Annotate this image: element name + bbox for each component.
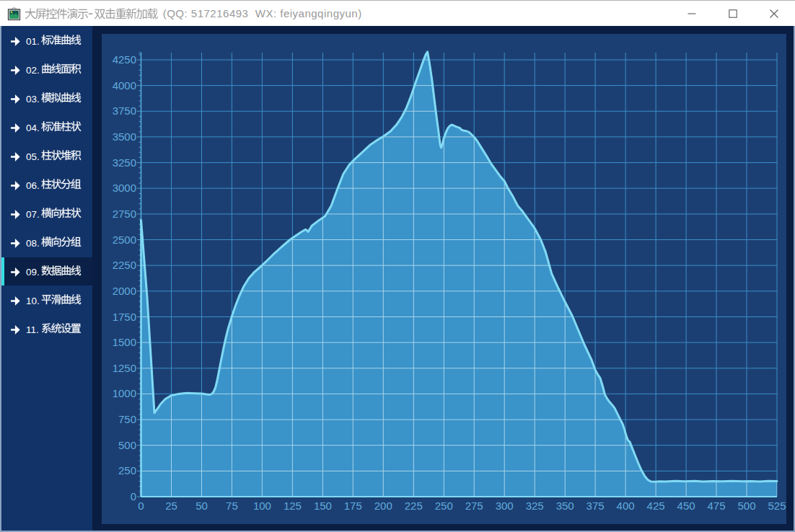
svg-text:1250: 1250 [113,362,136,374]
svg-text:250: 250 [118,464,136,476]
svg-text:200: 200 [374,500,392,512]
svg-text:3500: 3500 [113,130,136,143]
svg-text:375: 375 [587,500,605,512]
svg-text:500: 500 [737,500,755,512]
svg-text:425: 425 [647,500,665,512]
svg-text:2250: 2250 [113,259,136,271]
svg-text:325: 325 [526,500,544,512]
svg-text:125: 125 [284,500,302,512]
svg-text:175: 175 [344,500,362,512]
svg-text:0: 0 [131,490,136,502]
svg-text:250: 250 [435,500,453,512]
svg-text:400: 400 [617,500,635,512]
svg-text:450: 450 [677,500,695,512]
svg-text:300: 300 [496,500,514,512]
svg-text:750: 750 [118,413,136,425]
svg-text:525: 525 [768,500,786,512]
svg-text:475: 475 [707,500,725,512]
svg-text:275: 275 [465,500,483,512]
svg-text:500: 500 [118,439,136,451]
svg-text:1000: 1000 [113,387,136,399]
svg-text:100: 100 [253,500,271,512]
svg-text:3250: 3250 [113,156,136,169]
svg-text:3000: 3000 [113,182,136,194]
svg-text:0: 0 [138,500,144,512]
svg-text:350: 350 [556,500,574,512]
svg-text:150: 150 [314,500,332,512]
svg-text:4000: 4000 [113,79,136,92]
svg-text:25: 25 [165,500,177,512]
svg-text:1500: 1500 [113,336,136,348]
svg-text:75: 75 [226,500,238,512]
svg-text:50: 50 [196,500,208,512]
svg-text:3750: 3750 [113,105,136,117]
svg-text:4250: 4250 [113,53,136,66]
svg-text:1750: 1750 [113,311,136,323]
svg-text:2000: 2000 [113,285,136,297]
svg-text:225: 225 [405,500,423,512]
svg-text:2750: 2750 [113,208,136,220]
svg-text:2500: 2500 [113,234,136,246]
